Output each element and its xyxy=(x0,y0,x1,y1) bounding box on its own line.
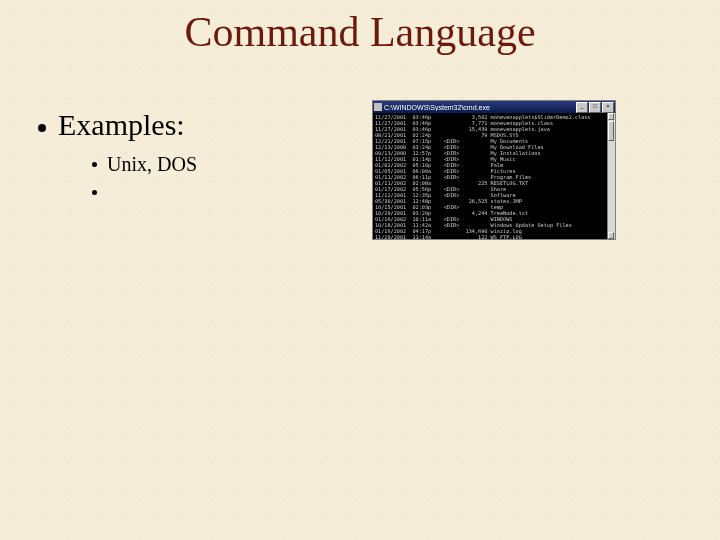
cmd-title-text: C:\WINDOWS\System32\cmd.exe xyxy=(384,104,490,111)
sub-bullet-label: Unix, DOS xyxy=(107,153,197,176)
minimize-button[interactable]: _ xyxy=(576,102,588,113)
sub-bullet-list: Unix, DOS xyxy=(92,150,197,206)
bullet-dot xyxy=(92,190,97,195)
sub-bullet-item xyxy=(92,178,197,206)
slide-title: Command Language xyxy=(0,8,720,56)
cmd-titlebar: C:\WINDOWS\System32\cmd.exe _ □ × xyxy=(373,101,615,113)
close-button[interactable]: × xyxy=(602,102,614,113)
scroll-down-button[interactable] xyxy=(608,232,614,239)
window-buttons: _ □ × xyxy=(576,102,614,113)
maximize-button[interactable]: □ xyxy=(589,102,601,113)
examples-label: Examples: xyxy=(58,108,185,141)
sub-bullet-item: Unix, DOS xyxy=(92,150,197,178)
bullet-examples: Examples: xyxy=(38,108,185,142)
scroll-thumb[interactable] xyxy=(608,121,614,141)
bullet-dot xyxy=(38,124,46,132)
cmd-title-caption: C:\WINDOWS\System32\cmd.exe xyxy=(374,103,490,111)
scroll-up-button[interactable] xyxy=(608,113,614,120)
cmd-icon xyxy=(374,103,382,111)
cmd-output: 11/27/2001 03:46p 3,502 monevenapplets$S… xyxy=(373,113,608,239)
bullet-dot xyxy=(92,162,97,167)
scrollbar[interactable] xyxy=(607,113,615,239)
cmd-window: C:\WINDOWS\System32\cmd.exe _ □ × 11/27/… xyxy=(372,100,616,240)
